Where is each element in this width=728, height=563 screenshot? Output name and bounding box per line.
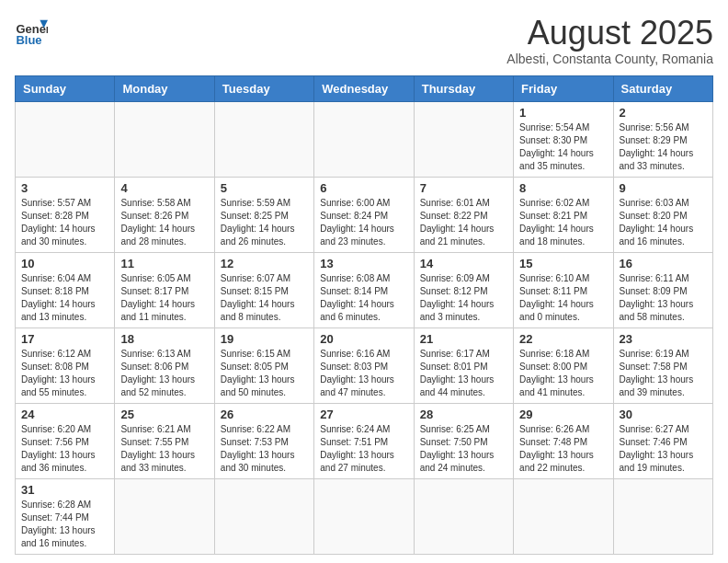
day-number: 3 bbox=[21, 181, 108, 195]
day-number: 9 bbox=[620, 181, 707, 195]
day-info: Sunrise: 5:56 AM Sunset: 8:29 PM Dayligh… bbox=[620, 121, 707, 173]
calendar-day-cell: 11Sunrise: 6:05 AM Sunset: 8:17 PM Dayli… bbox=[115, 252, 214, 327]
calendar-day-cell bbox=[414, 478, 513, 554]
calendar-day-cell: 28Sunrise: 6:25 AM Sunset: 7:50 PM Dayli… bbox=[414, 403, 513, 478]
calendar-day-cell: 15Sunrise: 6:10 AM Sunset: 8:11 PM Dayli… bbox=[514, 252, 613, 327]
calendar-day-cell bbox=[115, 478, 214, 554]
day-of-week-header: Wednesday bbox=[314, 75, 414, 101]
calendar-day-cell: 19Sunrise: 6:15 AM Sunset: 8:05 PM Dayli… bbox=[214, 327, 313, 403]
calendar-day-cell: 12Sunrise: 6:07 AM Sunset: 8:15 PM Dayli… bbox=[214, 252, 313, 327]
day-number: 25 bbox=[120, 408, 208, 421]
calendar-week-row: 3Sunrise: 5:57 AM Sunset: 8:28 PM Daylig… bbox=[16, 177, 713, 252]
day-info: Sunrise: 6:01 AM Sunset: 8:22 PM Dayligh… bbox=[420, 197, 507, 248]
day-info: Sunrise: 6:00 AM Sunset: 8:24 PM Dayligh… bbox=[320, 197, 407, 248]
calendar-day-cell: 5Sunrise: 5:59 AM Sunset: 8:25 PM Daylig… bbox=[214, 177, 313, 252]
calendar-table: SundayMondayTuesdayWednesdayThursdayFrid… bbox=[15, 75, 713, 555]
day-of-week-header: Saturday bbox=[613, 75, 712, 101]
day-info: Sunrise: 6:28 AM Sunset: 7:44 PM Dayligh… bbox=[21, 499, 108, 550]
calendar-week-row: 17Sunrise: 6:12 AM Sunset: 8:08 PM Dayli… bbox=[16, 327, 713, 403]
day-info: Sunrise: 5:57 AM Sunset: 8:28 PM Dayligh… bbox=[21, 197, 108, 248]
day-number: 14 bbox=[420, 257, 507, 270]
day-number: 31 bbox=[21, 483, 108, 497]
day-info: Sunrise: 6:15 AM Sunset: 8:05 PM Dayligh… bbox=[221, 348, 308, 399]
day-number: 15 bbox=[519, 257, 607, 270]
day-info: Sunrise: 6:24 AM Sunset: 7:51 PM Dayligh… bbox=[320, 423, 407, 475]
day-info: Sunrise: 6:25 AM Sunset: 7:50 PM Dayligh… bbox=[420, 423, 507, 475]
day-number: 24 bbox=[21, 408, 108, 421]
day-info: Sunrise: 6:04 AM Sunset: 8:18 PM Dayligh… bbox=[21, 272, 108, 324]
title-block: August 2025 Albesti, Constanta County, R… bbox=[506, 15, 713, 66]
calendar-day-cell: 22Sunrise: 6:18 AM Sunset: 8:00 PM Dayli… bbox=[514, 327, 613, 403]
day-number: 7 bbox=[420, 181, 507, 195]
logo-icon: General Blue bbox=[15, 15, 48, 48]
day-info: Sunrise: 6:11 AM Sunset: 8:09 PM Dayligh… bbox=[620, 272, 707, 324]
calendar-day-cell: 9Sunrise: 6:03 AM Sunset: 8:20 PM Daylig… bbox=[613, 177, 712, 252]
day-of-week-header: Tuesday bbox=[214, 75, 313, 101]
day-info: Sunrise: 6:20 AM Sunset: 7:56 PM Dayligh… bbox=[21, 423, 108, 475]
day-number: 11 bbox=[120, 257, 208, 270]
calendar-day-cell: 31Sunrise: 6:28 AM Sunset: 7:44 PM Dayli… bbox=[16, 478, 115, 554]
day-of-week-header: Monday bbox=[115, 75, 214, 101]
calendar-day-cell: 30Sunrise: 6:27 AM Sunset: 7:46 PM Dayli… bbox=[613, 403, 712, 478]
calendar-day-cell: 7Sunrise: 6:01 AM Sunset: 8:22 PM Daylig… bbox=[414, 177, 513, 252]
day-info: Sunrise: 6:17 AM Sunset: 8:01 PM Dayligh… bbox=[420, 348, 507, 399]
day-info: Sunrise: 6:22 AM Sunset: 7:53 PM Dayligh… bbox=[221, 423, 308, 475]
calendar-day-cell bbox=[16, 101, 115, 177]
calendar-title: August 2025 bbox=[506, 15, 713, 52]
day-of-week-header: Friday bbox=[514, 75, 613, 101]
header: General Blue August 2025 Albesti, Consta… bbox=[15, 15, 713, 66]
day-number: 21 bbox=[420, 332, 507, 346]
svg-text:Blue: Blue bbox=[16, 33, 41, 47]
day-number: 30 bbox=[620, 408, 707, 421]
day-number: 6 bbox=[320, 181, 407, 195]
calendar-day-cell: 24Sunrise: 6:20 AM Sunset: 7:56 PM Dayli… bbox=[16, 403, 115, 478]
day-info: Sunrise: 5:58 AM Sunset: 8:26 PM Dayligh… bbox=[120, 197, 208, 248]
calendar-day-cell: 1Sunrise: 5:54 AM Sunset: 8:30 PM Daylig… bbox=[514, 101, 613, 177]
day-of-week-header: Thursday bbox=[414, 75, 513, 101]
day-number: 26 bbox=[221, 408, 308, 421]
calendar-day-cell bbox=[414, 101, 513, 177]
day-info: Sunrise: 6:12 AM Sunset: 8:08 PM Dayligh… bbox=[21, 348, 108, 399]
calendar-day-cell: 18Sunrise: 6:13 AM Sunset: 8:06 PM Dayli… bbox=[115, 327, 214, 403]
calendar-day-cell: 26Sunrise: 6:22 AM Sunset: 7:53 PM Dayli… bbox=[214, 403, 313, 478]
calendar-week-row: 31Sunrise: 6:28 AM Sunset: 7:44 PM Dayli… bbox=[16, 478, 713, 554]
day-number: 10 bbox=[21, 257, 108, 270]
day-number: 5 bbox=[221, 181, 308, 195]
day-info: Sunrise: 6:26 AM Sunset: 7:48 PM Dayligh… bbox=[519, 423, 607, 475]
calendar-day-cell: 14Sunrise: 6:09 AM Sunset: 8:12 PM Dayli… bbox=[414, 252, 513, 327]
day-number: 2 bbox=[620, 106, 707, 120]
calendar-day-cell: 21Sunrise: 6:17 AM Sunset: 8:01 PM Dayli… bbox=[414, 327, 513, 403]
day-info: Sunrise: 5:54 AM Sunset: 8:30 PM Dayligh… bbox=[519, 121, 607, 173]
day-info: Sunrise: 6:10 AM Sunset: 8:11 PM Dayligh… bbox=[519, 272, 607, 324]
calendar-day-cell: 6Sunrise: 6:00 AM Sunset: 8:24 PM Daylig… bbox=[314, 177, 414, 252]
day-info: Sunrise: 6:05 AM Sunset: 8:17 PM Dayligh… bbox=[120, 272, 208, 324]
day-number: 22 bbox=[519, 332, 607, 346]
day-number: 16 bbox=[620, 257, 707, 270]
logo: General Blue bbox=[15, 15, 48, 48]
calendar-day-cell: 8Sunrise: 6:02 AM Sunset: 8:21 PM Daylig… bbox=[514, 177, 613, 252]
calendar-day-cell: 20Sunrise: 6:16 AM Sunset: 8:03 PM Dayli… bbox=[314, 327, 414, 403]
day-info: Sunrise: 6:18 AM Sunset: 8:00 PM Dayligh… bbox=[519, 348, 607, 399]
day-number: 17 bbox=[21, 332, 108, 346]
day-number: 29 bbox=[519, 408, 607, 421]
day-of-week-header: Sunday bbox=[16, 75, 115, 101]
calendar-day-cell: 16Sunrise: 6:11 AM Sunset: 8:09 PM Dayli… bbox=[613, 252, 712, 327]
calendar-day-cell: 27Sunrise: 6:24 AM Sunset: 7:51 PM Dayli… bbox=[314, 403, 414, 478]
day-info: Sunrise: 6:13 AM Sunset: 8:06 PM Dayligh… bbox=[120, 348, 208, 399]
calendar-day-cell: 13Sunrise: 6:08 AM Sunset: 8:14 PM Dayli… bbox=[314, 252, 414, 327]
day-number: 28 bbox=[420, 408, 507, 421]
day-info: Sunrise: 6:08 AM Sunset: 8:14 PM Dayligh… bbox=[320, 272, 407, 324]
calendar-week-row: 10Sunrise: 6:04 AM Sunset: 8:18 PM Dayli… bbox=[16, 252, 713, 327]
calendar-day-cell: 17Sunrise: 6:12 AM Sunset: 8:08 PM Dayli… bbox=[16, 327, 115, 403]
day-info: Sunrise: 6:16 AM Sunset: 8:03 PM Dayligh… bbox=[320, 348, 407, 399]
calendar-day-cell bbox=[314, 478, 414, 554]
day-number: 12 bbox=[221, 257, 308, 270]
calendar-header-row: SundayMondayTuesdayWednesdayThursdayFrid… bbox=[16, 75, 713, 101]
day-number: 18 bbox=[120, 332, 208, 346]
day-info: Sunrise: 5:59 AM Sunset: 8:25 PM Dayligh… bbox=[221, 197, 308, 248]
day-number: 13 bbox=[320, 257, 407, 270]
calendar-day-cell bbox=[314, 101, 414, 177]
calendar-day-cell: 4Sunrise: 5:58 AM Sunset: 8:26 PM Daylig… bbox=[115, 177, 214, 252]
calendar-day-cell: 2Sunrise: 5:56 AM Sunset: 8:29 PM Daylig… bbox=[613, 101, 712, 177]
calendar-day-cell bbox=[514, 478, 613, 554]
